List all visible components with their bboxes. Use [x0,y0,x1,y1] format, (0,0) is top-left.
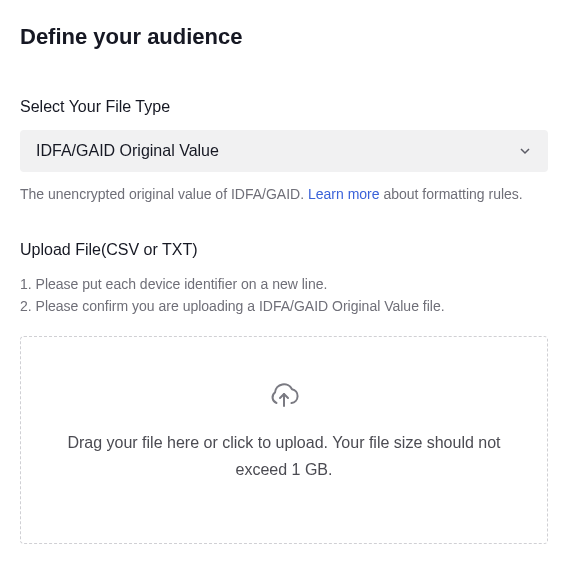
helper-text-post: about formatting rules. [380,186,523,202]
file-type-label: Select Your File Type [20,98,548,116]
instruction-line-1: 1. Please put each device identifier on … [20,273,548,295]
file-dropzone[interactable]: Drag your file here or click to upload. … [20,336,548,544]
upload-file-label: Upload File(CSV or TXT) [20,241,548,259]
dropzone-text: Drag your file here or click to upload. … [51,429,517,483]
learn-more-link[interactable]: Learn more [308,186,380,202]
instruction-line-2: 2. Please confirm you are uploading a ID… [20,295,548,317]
file-type-helper: The unencrypted original value of IDFA/G… [20,184,548,205]
upload-instructions: 1. Please put each device identifier on … [20,273,548,318]
page-title: Define your audience [20,24,548,50]
file-type-selected-value: IDFA/GAID Original Value [36,142,219,160]
chevron-down-icon [518,144,532,158]
cloud-upload-icon [51,381,517,413]
helper-text-pre: The unencrypted original value of IDFA/G… [20,186,308,202]
file-type-select[interactable]: IDFA/GAID Original Value [20,130,548,172]
